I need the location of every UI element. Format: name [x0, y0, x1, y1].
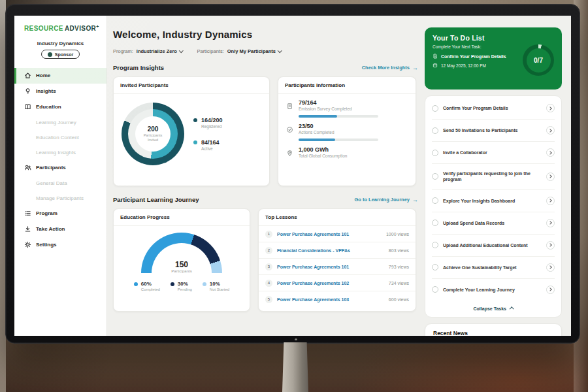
task-label: Verify participants requesting to join t…: [443, 171, 542, 183]
task-checkbox[interactable]: [432, 286, 438, 293]
sidebar-item-manage-participants[interactable]: Manage Participants: [14, 191, 106, 206]
top-lessons-title: Top Lessons: [259, 209, 416, 226]
home-icon: [24, 72, 31, 79]
gear-icon: [24, 241, 31, 248]
stat-label: Emission Survey Completed: [299, 106, 352, 111]
lesson-row[interactable]: 4 Power Purchase Agreements 102 734 view…: [259, 275, 416, 291]
sidebar-item-label: General Data: [36, 180, 67, 186]
program-filter: Program: Industrialize Zero: [113, 48, 182, 54]
task-chevron-button[interactable]: [546, 148, 555, 157]
section-title-program-insights: Program Insights: [113, 64, 164, 71]
lesson-row[interactable]: 1 Power Purchase Agreements 101 1000 vie…: [259, 226, 416, 242]
screen: RESOURCEADVISOR+ Industry Dynamics Spons…: [14, 16, 571, 336]
legend-label: Registered: [201, 124, 223, 129]
task-row-achieve-sustainability-target[interactable]: Achieve One Sustainability Target: [432, 257, 555, 279]
task-row-explore-insights[interactable]: Explore Your Insights Dashboard: [432, 190, 555, 212]
sidebar-item-participants[interactable]: Participants: [14, 160, 106, 176]
sidebar-item-education[interactable]: Education: [14, 99, 106, 115]
sidebar-item-label: Manage Participants: [36, 195, 84, 201]
resource-advisor-app: RESOURCEADVISOR+ Industry Dynamics Spons…: [14, 16, 571, 336]
lesson-row[interactable]: 3 Power Purchase Agreements 101 793 view…: [259, 259, 416, 275]
legend-value: 30%: [178, 281, 192, 287]
task-checkbox[interactable]: [432, 220, 438, 226]
go-to-learning-journey-link[interactable]: Go to Learning Journey →: [354, 197, 418, 203]
todo-next-task[interactable]: Confirm Your Program Details: [433, 54, 520, 59]
task-chevron-button[interactable]: [546, 219, 555, 227]
sponsor-badge[interactable]: Sponsor: [41, 50, 80, 59]
chevron-right-icon: [548, 199, 552, 203]
task-row-confirm-program[interactable]: Confirm Your Program Details: [432, 97, 555, 120]
task-checkbox[interactable]: [432, 264, 438, 270]
chevron-right-icon: [548, 244, 552, 248]
task-label: Upload Additional Educational Content: [443, 242, 542, 248]
lesson-rank-badge: 5: [265, 296, 272, 303]
legend-value: 10%: [210, 281, 229, 287]
lesson-link[interactable]: Power Purchase Agreements 101: [277, 232, 382, 237]
donut-center-value: 200: [148, 125, 159, 133]
check-more-insights-link[interactable]: Check More Insights →: [362, 65, 418, 71]
sidebar-item-label: Program: [36, 210, 57, 216]
sidebar-item-take-action[interactable]: Take Action: [14, 221, 106, 237]
task-checkbox[interactable]: [432, 173, 438, 180]
lesson-link[interactable]: Power Purchase Agreements 103: [277, 297, 384, 302]
task-chevron-button[interactable]: [546, 172, 555, 181]
legend-item-active: 84/164 Active: [193, 139, 223, 151]
lesson-link[interactable]: Power Purchase Agreements 102: [277, 281, 384, 286]
task-row-complete-learning-journey[interactable]: Complete Your Learning Journey: [432, 279, 555, 301]
sidebar-item-label: Participants: [36, 165, 66, 171]
task-row-invite-collaborator[interactable]: Invite a Collaborator: [432, 142, 555, 164]
program-insights-header: Program Insights Check More Insights →: [113, 64, 418, 71]
collapse-tasks-link[interactable]: Collapse Tasks: [432, 301, 555, 314]
task-row-upload-educational-content[interactable]: Upload Additional Educational Content: [432, 235, 555, 257]
chevron-down-icon: [278, 48, 282, 52]
org-name: Industry Dynamics: [14, 41, 106, 46]
stat-emission-survey: 79/164 Emission Survey Completed: [278, 94, 416, 118]
check-circle-icon: [286, 124, 293, 131]
task-chevron-button[interactable]: [546, 263, 555, 272]
monitor-bezel: RESOURCEADVISOR+ Industry Dynamics Spons…: [5, 4, 580, 344]
sidebar-item-general-data[interactable]: General Data: [14, 176, 106, 191]
sidebar-item-learning-journey[interactable]: Learning Journey: [14, 115, 106, 130]
lesson-row[interactable]: 2 Financial Considerations - VPPAs 803 v…: [259, 242, 416, 259]
program-filter-dropdown[interactable]: Industrialize Zero: [137, 48, 183, 54]
task-row-verify-participants[interactable]: Verify participants requesting to join t…: [432, 164, 555, 190]
task-row-upload-spend-data[interactable]: Upload Spend Data Records: [432, 212, 555, 235]
participants-filter-dropdown[interactable]: Only My Participants: [227, 48, 282, 54]
task-checkbox[interactable]: [432, 105, 438, 112]
task-chevron-button[interactable]: [546, 286, 555, 294]
sidebar-item-home[interactable]: Home: [14, 68, 106, 84]
sidebar-item-program[interactable]: Program: [14, 206, 106, 221]
task-chevron-button[interactable]: [546, 104, 555, 112]
lesson-views: 1000 views: [386, 232, 409, 237]
lesson-rank-badge: 1: [265, 231, 272, 238]
task-checkbox[interactable]: [432, 127, 438, 134]
chevron-right-icon: [548, 221, 552, 225]
invited-participants-body: 200 Participants Invited 164/200 Registe: [114, 94, 269, 174]
sidebar-item-settings[interactable]: Settings: [14, 237, 106, 253]
legend-dot-completed: [134, 282, 138, 286]
lesson-link[interactable]: Financial Considerations - VPPAs: [277, 248, 384, 253]
lesson-row[interactable]: 5 Power Purchase Agreements 103 600 view…: [259, 291, 416, 307]
calendar-icon: [433, 63, 438, 68]
task-chevron-button[interactable]: [546, 197, 555, 205]
chevron-right-icon: [548, 151, 552, 155]
gauge-center-value: 150: [175, 260, 188, 269]
chevron-right-icon: [548, 175, 552, 179]
task-row-send-invitations[interactable]: Send 50 Invitations to Participants: [432, 120, 555, 142]
task-label: Send 50 Invitations to Participants: [443, 127, 542, 133]
sidebar-item-insights[interactable]: Insights: [14, 84, 106, 99]
todo-progress-ring: 0/7: [523, 44, 554, 76]
task-chevron-button[interactable]: [546, 126, 555, 135]
sponsor-icon: [48, 52, 52, 57]
sidebar-item-label: Home: [36, 73, 50, 78]
task-chevron-button[interactable]: [546, 241, 555, 250]
task-checkbox[interactable]: [432, 242, 438, 248]
legend-value: 84/164: [201, 139, 220, 146]
legend-dot-not-started: [203, 282, 206, 286]
task-checkbox[interactable]: [432, 150, 438, 156]
task-checkbox[interactable]: [432, 197, 438, 204]
lesson-link[interactable]: Power Purchase Agreements 101: [277, 265, 384, 269]
sidebar-item-learning-insights[interactable]: Learning Insights: [14, 145, 106, 160]
todo-due-label: 12 May 2025, 12:00 PM: [441, 63, 486, 68]
sidebar-item-education-content[interactable]: Education Content: [14, 130, 106, 145]
